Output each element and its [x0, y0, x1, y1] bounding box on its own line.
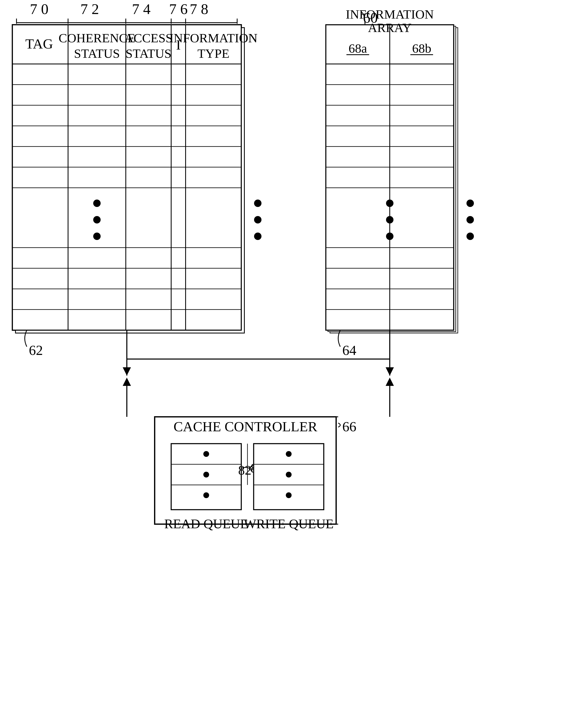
svg-marker-105 [123, 378, 131, 386]
svg-point-82 [466, 200, 474, 207]
read-queue-label: READ QUEUE [164, 517, 248, 531]
ref-74: 7 4 [132, 1, 150, 17]
svg-point-95 [203, 451, 209, 457]
svg-point-58 [93, 233, 101, 240]
svg-text:STATUS: STATUS [126, 47, 171, 60]
ref-68a: 68a [349, 41, 367, 55]
svg-marker-107 [386, 378, 394, 386]
ref-64: 64 [342, 342, 356, 358]
svg-point-84 [466, 233, 474, 240]
svg-point-61 [254, 233, 262, 240]
svg-point-96 [203, 472, 209, 477]
ref-62: 62 [29, 342, 43, 358]
info-array-header: INFORMATION [346, 7, 434, 21]
svg-point-75 [386, 200, 393, 207]
svg-point-76 [386, 216, 393, 224]
cache-controller-label: CACHE CONTROLLER [174, 419, 318, 434]
svg-point-77 [386, 233, 393, 240]
info-array-header2: ARRAY [368, 21, 411, 35]
ref-78: 7 8 [190, 1, 208, 17]
ref-66: 66 [342, 419, 356, 434]
svg-point-97 [203, 492, 209, 498]
diagram: 7 0 7 2 7 4 7 6 7 8 60 [0, 0, 577, 728]
svg-point-101 [286, 451, 292, 457]
svg-text:COHERENCE: COHERENCE [59, 31, 135, 45]
svg-text:INFORMATION: INFORMATION [169, 31, 257, 45]
svg-text:ACCESS: ACCESS [125, 31, 173, 45]
svg-point-56 [93, 200, 101, 207]
write-queue-label: WRITE QUEUE [244, 517, 333, 531]
svg-text:TAG: TAG [25, 36, 53, 52]
ref-82: 82 [238, 463, 251, 477]
svg-point-102 [286, 472, 292, 477]
svg-point-103 [286, 492, 292, 498]
svg-point-83 [466, 216, 474, 224]
ref-68b: 68b [412, 41, 432, 55]
svg-marker-86 [123, 367, 131, 375]
ref-72: 7 2 [80, 1, 99, 17]
ref-70: 7 0 [30, 1, 49, 17]
svg-point-59 [254, 200, 262, 207]
svg-point-57 [93, 216, 101, 224]
svg-point-60 [254, 216, 262, 224]
svg-marker-88 [386, 367, 394, 375]
svg-text:STATUS: STATUS [74, 47, 120, 60]
svg-rect-32 [12, 25, 241, 330]
ref-76: 7 6 [169, 1, 188, 17]
svg-text:TYPE: TYPE [197, 47, 229, 60]
